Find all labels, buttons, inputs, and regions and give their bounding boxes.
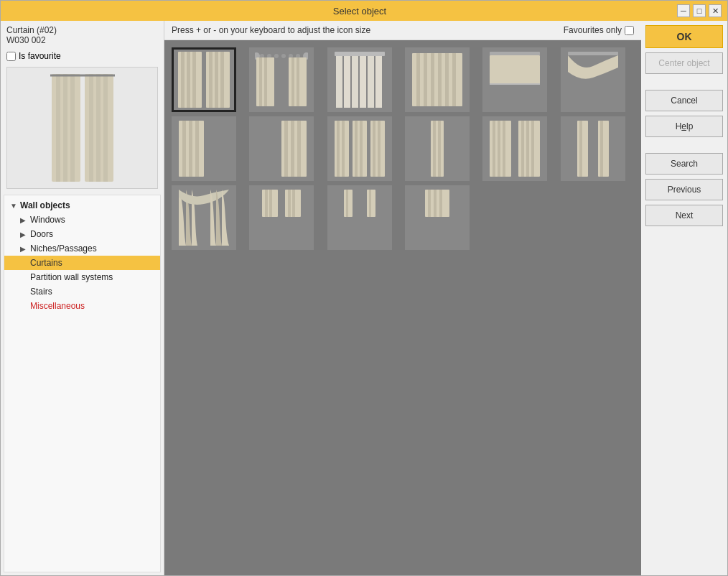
minimize-button[interactable]: ─	[677, 4, 690, 17]
svg-rect-31	[297, 57, 299, 106]
svg-rect-41	[424, 53, 427, 106]
svg-rect-62	[355, 121, 358, 177]
svg-rect-12	[192, 52, 196, 108]
fav-only-row: Favourites only	[564, 25, 634, 35]
hint-bar: Press + or - on your keyboard to adjust …	[164, 21, 641, 40]
curtain-icon-12	[177, 188, 230, 247]
object-name: Curtain (#02)	[6, 25, 158, 35]
svg-rect-32	[335, 52, 385, 56]
svg-rect-33	[336, 56, 342, 108]
svg-rect-44	[445, 53, 449, 106]
tree-item-stairs-label: Stairs	[30, 287, 52, 297]
grid-cell-9[interactable]	[405, 116, 470, 181]
chevron-down-icon: ▼	[10, 202, 17, 210]
restore-button[interactable]: □	[693, 4, 706, 17]
svg-rect-67	[431, 121, 444, 177]
grid-cell-12[interactable]	[172, 185, 236, 250]
tree-item-stairs[interactable]: Stairs	[4, 284, 160, 299]
window-title: Select object	[42, 6, 677, 17]
curtain-icon-13	[255, 188, 308, 247]
grid-cell-6[interactable]	[172, 116, 236, 181]
svg-rect-7	[103, 74, 108, 182]
svg-rect-57	[297, 121, 301, 177]
close-button[interactable]: ✕	[709, 4, 722, 17]
grid-cell-8[interactable]	[327, 116, 392, 181]
svg-rect-38	[375, 56, 382, 108]
object-id: W030 002	[6, 35, 158, 45]
svg-rect-43	[438, 53, 442, 106]
tree-item-partition-wall[interactable]: Partition wall systems	[4, 270, 160, 284]
curtain-icon-15	[411, 188, 464, 247]
curtain-icon-0	[177, 50, 230, 109]
svg-rect-69	[438, 121, 441, 177]
title-bar-controls: ─ □ ✕	[677, 4, 722, 17]
grid-cell-11[interactable]	[561, 116, 625, 181]
tree-item-curtains-label: Curtains	[30, 258, 62, 268]
svg-rect-27	[259, 57, 262, 106]
tree-root-wall-objects[interactable]: ▼ Wall objects	[4, 198, 160, 213]
search-button[interactable]: Search	[645, 153, 723, 175]
is-favourite-label: Is favourite	[19, 51, 61, 61]
svg-rect-95	[439, 190, 442, 217]
tree-item-niches-passages[interactable]: ▶ Niches/Passages	[4, 241, 160, 256]
tree-item-windows[interactable]: ▶ Windows	[4, 213, 160, 227]
grid-cell-13[interactable]	[249, 185, 314, 250]
help-button[interactable]: Help	[645, 116, 723, 137]
svg-rect-56	[291, 121, 294, 177]
grid-cell-14[interactable]	[327, 185, 392, 250]
cancel-button[interactable]: Cancel	[645, 90, 723, 111]
svg-rect-89	[346, 190, 348, 217]
svg-rect-73	[503, 121, 505, 177]
svg-rect-60	[342, 121, 345, 177]
grid-cell-2[interactable]	[327, 47, 392, 112]
curtain-icon-5	[566, 50, 620, 109]
svg-rect-75	[521, 121, 524, 177]
svg-point-23	[281, 54, 286, 58]
grid-cell-4[interactable]	[482, 47, 547, 112]
tree-nav: ▼ Wall objects ▶ Windows ▶ Doors ▶ Niche…	[4, 195, 161, 572]
tree-root-label: Wall objects	[20, 200, 70, 210]
svg-rect-30	[291, 57, 294, 106]
next-button[interactable]: Next	[645, 205, 723, 226]
svg-rect-36	[360, 56, 366, 108]
svg-rect-68	[433, 121, 436, 177]
grid-cell-1[interactable]	[249, 47, 314, 112]
curtain-icon-10	[488, 119, 541, 178]
grid-cell-5[interactable]	[561, 47, 625, 112]
previous-button[interactable]: Previous	[645, 179, 723, 200]
svg-rect-49	[568, 52, 618, 55]
svg-rect-10	[181, 52, 185, 108]
svg-point-22	[274, 54, 279, 58]
svg-rect-72	[498, 121, 500, 177]
center-object-button[interactable]: Center object	[645, 52, 723, 74]
center-area: Press + or - on your keyboard to adjust …	[164, 21, 641, 575]
svg-rect-40	[416, 53, 420, 106]
svg-rect-66	[378, 121, 381, 177]
grid-cell-10[interactable]	[482, 116, 547, 181]
svg-rect-11	[187, 52, 190, 108]
svg-rect-5	[89, 74, 93, 182]
left-panel: Curtain (#02) W030 002 Is favourite	[1, 21, 164, 575]
tree-item-doors-label: Doors	[30, 229, 53, 239]
svg-rect-84	[269, 190, 272, 217]
svg-rect-51	[182, 121, 186, 177]
grid-cell-3[interactable]	[405, 47, 470, 112]
tree-item-miscellaneous[interactable]: Miscellaneous	[4, 299, 160, 313]
object-info: Curtain (#02) W030 002	[1, 21, 164, 48]
grid-cell-0[interactable]	[172, 47, 236, 112]
svg-rect-3	[70, 74, 75, 182]
is-favourite-checkbox[interactable]	[6, 52, 16, 61]
svg-rect-2	[63, 74, 67, 182]
svg-rect-80	[598, 121, 609, 177]
fav-only-checkbox[interactable]	[625, 26, 634, 35]
favourite-row: Is favourite	[1, 48, 164, 64]
main-content: Curtain (#02) W030 002 Is favourite	[1, 21, 727, 575]
svg-rect-34	[344, 56, 350, 108]
grid-cell-7[interactable]	[249, 116, 314, 181]
svg-rect-42	[431, 53, 434, 106]
tree-item-curtains[interactable]: Curtains	[4, 256, 160, 270]
ok-button[interactable]: OK	[645, 25, 723, 48]
tree-item-doors[interactable]: ▶ Doors	[4, 227, 160, 241]
svg-rect-81	[600, 121, 603, 177]
grid-cell-15[interactable]	[405, 185, 470, 250]
